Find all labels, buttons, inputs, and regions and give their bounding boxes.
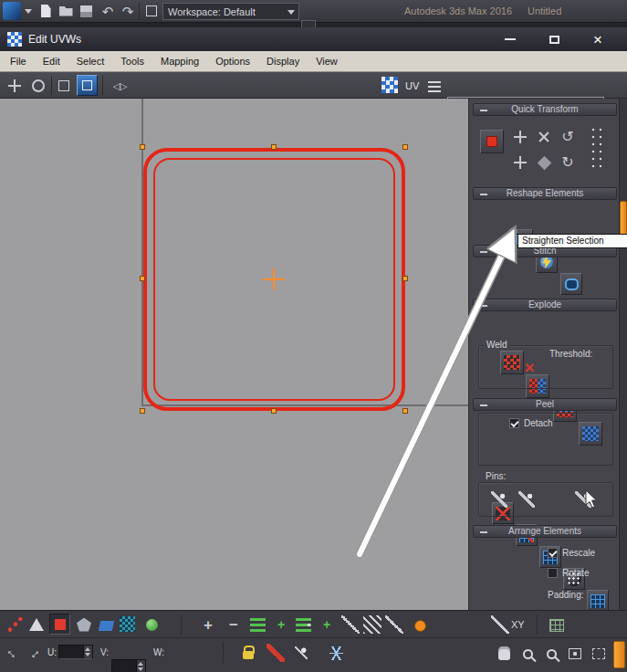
absolute-typein-button[interactable] xyxy=(480,130,504,153)
3dsmax-logo-icon[interactable] xyxy=(3,2,21,20)
open-file-button[interactable] xyxy=(57,2,75,20)
u-spinner[interactable] xyxy=(83,646,92,658)
face-subobject-button[interactable] xyxy=(97,616,115,635)
mirror-tool-button[interactable]: ◁▷ xyxy=(108,77,131,95)
arrange-elements-header[interactable]: Arrange Elements xyxy=(473,525,617,538)
zoom-button[interactable] xyxy=(518,645,537,663)
workspace-dropdown[interactable]: Workspace: Default xyxy=(162,3,299,20)
edge-subobject-button[interactable] xyxy=(27,615,46,634)
v-field[interactable] xyxy=(111,659,146,672)
menu-select[interactable]: Select xyxy=(68,51,113,71)
space-evenly-icon[interactable] xyxy=(588,124,604,170)
freeform-gizmo-button[interactable] xyxy=(55,77,73,95)
u-field[interactable] xyxy=(58,645,93,659)
pin-small-button[interactable] xyxy=(292,644,310,662)
select-ring-button[interactable] xyxy=(294,615,312,634)
vertex-mode-button-active[interactable] xyxy=(49,614,70,635)
lock-selection-button[interactable] xyxy=(239,646,257,664)
paint-select-brush-icon[interactable] xyxy=(341,615,360,634)
menu-edit[interactable]: Edit xyxy=(35,51,68,71)
align-vertical-icon[interactable] xyxy=(511,153,529,172)
paint-erase-icon[interactable] xyxy=(385,615,403,634)
grow-loop-button[interactable]: + xyxy=(272,615,290,634)
grid-snap-button[interactable] xyxy=(548,616,566,635)
close-button[interactable]: × xyxy=(588,30,608,48)
linear-align-button[interactable] xyxy=(535,153,553,172)
v-spinner[interactable] xyxy=(136,660,145,672)
pin-tool-button[interactable] xyxy=(489,489,509,509)
menu-view[interactable]: View xyxy=(308,51,346,71)
rescale-checkbox[interactable] xyxy=(548,548,558,558)
quick-transform-header[interactable]: Quick Transform xyxy=(473,103,617,116)
uv-element-icon[interactable] xyxy=(120,616,135,632)
collapse-uvw-button[interactable]: ↔ xyxy=(24,643,42,661)
gizmo-corner-handle[interactable] xyxy=(402,408,408,414)
vertex-subobject-icon[interactable] xyxy=(5,615,24,634)
select-element-button[interactable] xyxy=(142,615,161,634)
shrink-selection-button[interactable]: − xyxy=(225,615,243,634)
map-list-icon[interactable] xyxy=(425,77,444,95)
freeform-mode-button-active[interactable] xyxy=(77,75,98,96)
panel-scrollbar-track[interactable] xyxy=(619,99,627,610)
gizmo-edge-handle[interactable] xyxy=(271,144,277,150)
zoom-extents-button[interactable] xyxy=(566,645,584,663)
reshape-elements-header[interactable]: Reshape Elements xyxy=(473,187,617,200)
detach-checkbox-row[interactable]: Detach xyxy=(509,418,553,428)
orange-circle-icon xyxy=(414,620,426,632)
round-corners-button[interactable] xyxy=(560,273,582,295)
menu-mapping[interactable]: Mapping xyxy=(152,51,207,71)
rotate-checkbox-row[interactable]: Rotate xyxy=(548,568,589,578)
pan-button[interactable] xyxy=(495,644,513,662)
explode-header[interactable]: Explode xyxy=(473,299,617,311)
grow-selection-button[interactable]: + xyxy=(199,615,217,634)
clear-pins-button[interactable] xyxy=(573,489,593,509)
new-file-button[interactable] xyxy=(37,2,55,20)
gizmo-edge-handle[interactable] xyxy=(140,276,145,281)
undo-button[interactable]: ↶ xyxy=(99,2,117,20)
gizmo-edge-handle[interactable] xyxy=(271,408,277,414)
maximize-button[interactable] xyxy=(544,31,564,47)
peel-header[interactable]: Peel xyxy=(473,398,617,411)
rotate-cw-button[interactable]: ↻ xyxy=(559,153,577,172)
paint-weights-button[interactable] xyxy=(266,644,285,662)
scene-manage-button[interactable] xyxy=(142,2,161,20)
zoom-selected-button[interactable] xyxy=(590,645,608,663)
show-map-checker-toggle[interactable] xyxy=(381,77,398,93)
gizmo-corner-handle[interactable] xyxy=(140,408,145,414)
unpin-tool-button[interactable] xyxy=(517,489,537,509)
break-weld-button[interactable]: × xyxy=(518,356,540,378)
gizmo-edge-handle[interactable] xyxy=(402,276,408,281)
gizmo-corner-handle[interactable] xyxy=(140,144,145,150)
rescale-checkbox-row[interactable]: Rescale xyxy=(548,548,595,558)
rotate-ccw-button[interactable]: ↺ xyxy=(559,128,577,146)
menu-tools[interactable]: Tools xyxy=(112,51,152,71)
select-loop-button[interactable] xyxy=(248,615,266,634)
minimize-button[interactable] xyxy=(500,31,520,47)
menu-file[interactable]: File xyxy=(2,51,35,71)
brush-falloff-button[interactable] xyxy=(411,616,429,635)
rotate-tool-icon[interactable] xyxy=(29,77,47,95)
edit-uvws-titlebar[interactable]: Edit UVWs × xyxy=(0,27,627,51)
gizmo-corner-handle[interactable] xyxy=(402,144,408,150)
detach-checkbox[interactable] xyxy=(509,418,519,428)
grow-ring-button[interactable]: + xyxy=(318,615,336,634)
align-diagonal-icon[interactable] xyxy=(531,124,557,150)
polygon-subobject-button[interactable] xyxy=(75,615,93,634)
align-horizontal-icon[interactable] xyxy=(511,128,529,146)
redo-button[interactable]: ↷ xyxy=(119,2,137,20)
zoom-region-button[interactable] xyxy=(542,645,560,663)
explode-by-material-button[interactable] xyxy=(587,590,609,612)
menu-options[interactable]: Options xyxy=(207,51,258,71)
quad-face-icon xyxy=(98,621,113,631)
expand-uvw-button[interactable]: ↔ xyxy=(4,643,22,661)
menu-display[interactable]: Display xyxy=(258,51,308,71)
horizontal-scrollbar-thumb[interactable] xyxy=(613,641,625,668)
logo-menu-caret-icon[interactable] xyxy=(25,9,32,14)
pencil-icon[interactable] xyxy=(491,615,509,634)
freeze-button[interactable] xyxy=(327,644,345,662)
save-file-button[interactable] xyxy=(77,2,95,20)
move-tool-icon[interactable] xyxy=(5,77,24,95)
paint-select-dots-icon[interactable] xyxy=(363,615,381,634)
spinner-up-icon xyxy=(138,662,143,666)
rotate-checkbox[interactable] xyxy=(548,568,558,578)
